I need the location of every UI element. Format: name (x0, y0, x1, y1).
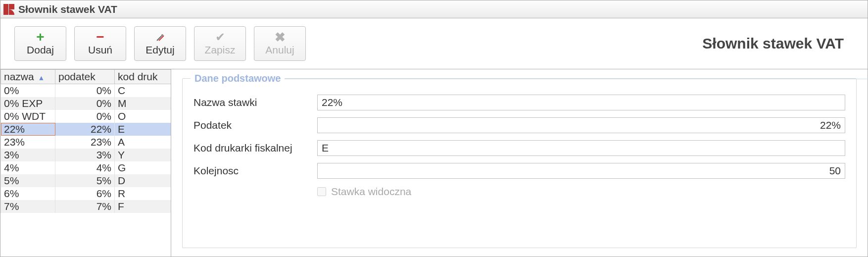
cell-tax: 0% (55, 97, 115, 110)
row-order: Kolejnosc (193, 163, 845, 179)
page-title: Słownik stawek VAT (702, 35, 844, 52)
cell-code: Y (115, 149, 172, 161)
table-row[interactable]: 0% WDT0%O (1, 110, 172, 123)
detail-fieldset: Dane podstawowe Nazwa stawki Podatek Kod… (182, 78, 857, 248)
cell-name: 0% WDT (1, 110, 55, 123)
cell-code: M (115, 97, 172, 110)
rates-grid[interactable]: nazwa ▲ podatek kod druk 0%0%C0% EXP0%M0… (0, 69, 171, 257)
cell-tax: 6% (55, 187, 115, 200)
col-header-name[interactable]: nazwa ▲ (1, 70, 55, 84)
svg-rect-0 (3, 4, 8, 15)
checkbox-visible (317, 187, 326, 196)
cell-code: F (115, 200, 172, 213)
cell-code: D (115, 174, 172, 187)
input-order[interactable] (317, 163, 845, 179)
cell-tax: 0% (55, 84, 115, 98)
cell-name: 3% (1, 149, 55, 161)
cancel-button: ✖ Anuluj (254, 26, 306, 61)
table-row[interactable]: 23%23%A (1, 136, 172, 149)
table-row[interactable]: 6%6%R (1, 187, 172, 200)
col-header-tax[interactable]: podatek (55, 70, 115, 84)
table-row[interactable]: 5%5%D (1, 174, 172, 187)
col-header-code[interactable]: kod druk (115, 70, 172, 84)
cell-name: 0% (1, 84, 55, 98)
cell-code: G (115, 161, 172, 174)
titlebar: Słownik stawek VAT (0, 0, 868, 18)
tools-icon (155, 31, 166, 43)
cell-code: R (115, 187, 172, 200)
save-button: ✔ Zapisz (194, 26, 246, 61)
cell-name: 6% (1, 187, 55, 200)
delete-button-label: Usuń (88, 44, 112, 56)
table-row[interactable]: 4%4%G (1, 161, 172, 174)
cell-tax: 22% (55, 123, 115, 136)
grid-header-row: nazwa ▲ podatek kod druk (1, 70, 172, 84)
label-order: Kolejnosc (193, 165, 317, 177)
cell-name: 0% EXP (1, 97, 55, 110)
minus-icon: − (96, 31, 104, 43)
cell-name: 5% (1, 174, 55, 187)
svg-point-4 (161, 34, 163, 36)
cell-name: 23% (1, 136, 55, 149)
fieldset-legend: Dane podstawowe (191, 73, 285, 84)
toolbar: + Dodaj − Usuń Edytuj ✔ Zapisz ✖ Anuluj (0, 18, 868, 69)
cell-tax: 4% (55, 161, 115, 174)
table-row[interactable]: 7%7%F (1, 200, 172, 213)
edit-button-label: Edytuj (145, 44, 174, 56)
row-code: Kod drukarki fiskalnej (193, 140, 845, 156)
window: Słownik stawek VAT + Dodaj − Usuń Edytuj… (0, 0, 868, 257)
x-icon: ✖ (275, 31, 286, 43)
add-button[interactable]: + Dodaj (14, 26, 66, 61)
delete-button[interactable]: − Usuń (74, 26, 126, 61)
table-row[interactable]: 3%3%Y (1, 149, 172, 161)
cell-name: 4% (1, 161, 55, 174)
label-visible: Stawka widoczna (331, 186, 411, 198)
row-tax: Podatek (193, 117, 845, 133)
table-row[interactable]: 22%22%E (1, 123, 172, 136)
cell-tax: 5% (55, 174, 115, 187)
cell-code: C (115, 84, 172, 98)
cell-code: E (115, 123, 172, 136)
row-visible: Stawka widoczna (317, 186, 845, 198)
app-logo-icon (3, 4, 14, 15)
detail-panel: Dane podstawowe Nazwa stawki Podatek Kod… (171, 69, 868, 257)
sort-ascending-icon: ▲ (38, 74, 45, 82)
cell-tax: 3% (55, 149, 115, 161)
cell-name: 7% (1, 200, 55, 213)
window-title: Słownik stawek VAT (18, 3, 117, 15)
cell-tax: 0% (55, 110, 115, 123)
table-row[interactable]: 0% EXP0%M (1, 97, 172, 110)
edit-button[interactable]: Edytuj (134, 26, 186, 61)
cell-tax: 7% (55, 200, 115, 213)
cell-tax: 23% (55, 136, 115, 149)
save-button-label: Zapisz (205, 44, 236, 56)
cell-code: O (115, 110, 172, 123)
check-icon: ✔ (215, 31, 225, 43)
table-row[interactable]: 0%0%C (1, 84, 172, 98)
add-button-label: Dodaj (27, 44, 54, 56)
row-name: Nazwa stawki (193, 95, 845, 110)
cell-name: 22% (1, 123, 55, 136)
input-name[interactable] (317, 95, 845, 110)
content: nazwa ▲ podatek kod druk 0%0%C0% EXP0%M0… (0, 69, 868, 257)
cancel-button-label: Anuluj (265, 44, 294, 56)
svg-rect-1 (9, 4, 14, 9)
plus-icon: + (36, 31, 44, 43)
input-code[interactable] (317, 140, 845, 156)
label-code: Kod drukarki fiskalnej (193, 142, 317, 154)
cell-code: A (115, 136, 172, 149)
label-name: Nazwa stawki (193, 97, 317, 108)
label-tax: Podatek (193, 119, 317, 131)
input-tax[interactable] (317, 117, 845, 133)
